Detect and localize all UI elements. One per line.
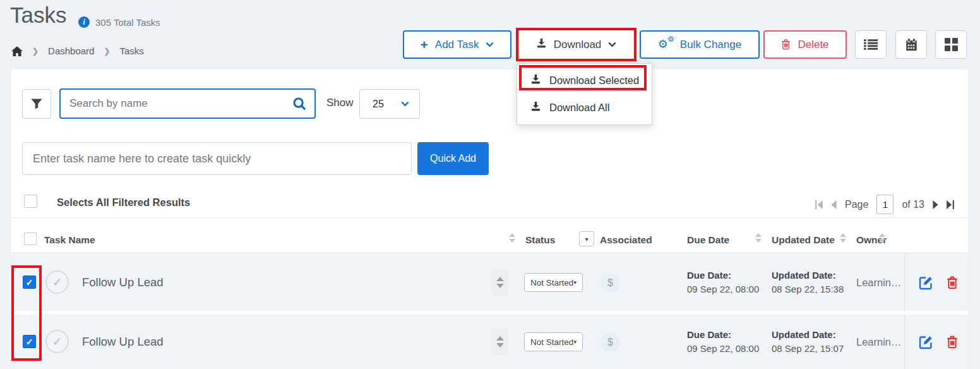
- sort-icon[interactable]: [879, 233, 885, 243]
- breadcrumb-dashboard[interactable]: Dashboard: [48, 45, 94, 56]
- quick-add-input[interactable]: [22, 142, 412, 175]
- due-date-cell: Due Date: 09 Sep 22, 08:00: [687, 269, 759, 296]
- caret-down-icon: ▾: [573, 279, 577, 286]
- trash-icon[interactable]: [947, 336, 958, 349]
- download-button[interactable]: Download: [519, 30, 633, 59]
- status-select[interactable]: Not Started ▾: [524, 332, 583, 351]
- download-icon: [530, 101, 541, 114]
- breadcrumb-tasks: Tasks: [120, 45, 144, 56]
- status-filter-dropdown[interactable]: ▾: [579, 231, 594, 246]
- task-name[interactable]: Follow Up Lead: [82, 335, 164, 349]
- calendar-view-button[interactable]: [895, 30, 927, 59]
- owner-cell: Learnin…: [856, 277, 902, 289]
- owner-cell: Learnin…: [856, 336, 902, 348]
- trash-icon[interactable]: [947, 276, 958, 289]
- download-icon: [530, 74, 541, 87]
- column-header-updated-date[interactable]: Updated Date: [772, 234, 835, 246]
- updated-date-cell: Updated Date: 08 Sep 22, 15:38: [772, 269, 844, 296]
- download-icon: [536, 38, 547, 52]
- column-header-task-name[interactable]: Task Name: [44, 234, 95, 246]
- divider: [904, 254, 905, 311]
- filter-icon: [31, 99, 42, 109]
- search-box: [59, 88, 316, 119]
- row-checkbox[interactable]: ✓: [23, 275, 36, 289]
- last-page-icon[interactable]: [947, 200, 954, 209]
- next-page-icon[interactable]: [933, 200, 938, 209]
- menu-item-download-selected[interactable]: Download Selected: [517, 67, 652, 94]
- list-icon: [864, 39, 878, 50]
- grid-icon: [945, 38, 958, 51]
- add-task-button[interactable]: + Add Task: [403, 30, 511, 59]
- divider: [11, 253, 968, 253]
- complete-task-icon[interactable]: ✓: [45, 270, 69, 294]
- page-title: Tasks: [10, 3, 66, 28]
- check-icon: ✓: [26, 277, 33, 287]
- row-checkbox[interactable]: ✓: [23, 335, 36, 348]
- column-header-associated[interactable]: Associated: [600, 234, 652, 246]
- download-dropdown-menu: Download Selected Download All: [517, 63, 652, 125]
- bulk-change-button[interactable]: ⚙ ⚙ Bulk Change: [640, 30, 760, 59]
- add-task-label: Add Task: [435, 39, 479, 51]
- sort-icon[interactable]: [509, 233, 515, 243]
- home-icon[interactable]: [11, 46, 23, 56]
- trash-icon: [781, 39, 791, 50]
- show-label: Show: [326, 97, 354, 109]
- opportunity-icon[interactable]: $: [601, 332, 620, 352]
- gears-icon: ⚙ ⚙: [658, 38, 673, 52]
- search-icon[interactable]: [293, 97, 306, 111]
- select-all-label: Selects All Filtered Results: [57, 197, 190, 209]
- search-input[interactable]: [61, 97, 293, 110]
- caret-down-icon: ▾: [573, 339, 577, 345]
- updated-date-label: Updated Date:: [772, 269, 844, 282]
- first-page-icon[interactable]: [815, 200, 823, 209]
- sort-icon[interactable]: [755, 233, 762, 243]
- chevron-down-icon: [608, 42, 616, 47]
- due-date-label: Due Date:: [687, 328, 759, 342]
- page-size-select[interactable]: 25: [359, 89, 420, 119]
- updated-date-value: 08 Sep 22, 15:07: [772, 342, 844, 356]
- divider: [11, 217, 968, 218]
- opportunity-icon[interactable]: $: [601, 273, 620, 293]
- table-row: ✓ ✓ Follow Up Lead Not Started ▾ $ Due D…: [11, 254, 968, 311]
- select-all-checkbox[interactable]: [24, 195, 37, 208]
- breadcrumb: ❯ Dashboard ❯ Tasks: [11, 45, 144, 56]
- complete-task-icon[interactable]: ✓: [45, 330, 69, 353]
- reorder-spinner[interactable]: [491, 269, 508, 296]
- sort-icon[interactable]: [840, 233, 846, 243]
- quick-add-button[interactable]: Quick Add: [417, 142, 489, 175]
- download-all-label: Download All: [549, 102, 609, 114]
- menu-item-download-all[interactable]: Download All: [517, 94, 652, 121]
- page-total-label: of 13: [902, 199, 924, 210]
- task-name[interactable]: Follow Up Lead: [82, 275, 164, 289]
- list-view-button[interactable]: [855, 30, 887, 59]
- due-date-value: 09 Sep 22, 08:00: [687, 342, 759, 356]
- previous-page-icon[interactable]: [831, 200, 837, 209]
- page-label: Page: [845, 199, 868, 210]
- delete-button[interactable]: Delete: [763, 30, 847, 59]
- status-select[interactable]: Not Started ▾: [524, 273, 583, 292]
- page-number-input[interactable]: [876, 195, 893, 214]
- breadcrumb-separator-icon: ❯: [104, 47, 110, 56]
- edit-icon[interactable]: [919, 275, 933, 290]
- updated-date-label: Updated Date:: [772, 328, 844, 342]
- status-value: Not Started: [530, 278, 573, 287]
- bulk-change-label: Bulk Change: [680, 39, 741, 51]
- column-header-due-date[interactable]: Due Date: [687, 234, 729, 246]
- grid-view-button[interactable]: [935, 30, 967, 59]
- updated-date-cell: Updated Date: 08 Sep 22, 15:07: [772, 328, 844, 356]
- edit-icon[interactable]: [919, 335, 933, 349]
- pagination: Page of 13: [815, 195, 954, 214]
- filter-button[interactable]: [22, 89, 51, 119]
- table-row: ✓ ✓ Follow Up Lead Not Started ▾ $ Due D…: [11, 315, 968, 369]
- header-checkbox[interactable]: [24, 233, 37, 245]
- total-tasks-badge: i 305 Total Tasks: [78, 16, 160, 28]
- reorder-spinner[interactable]: [491, 329, 508, 355]
- due-date-value: 09 Sep 22, 08:00: [687, 282, 759, 296]
- column-header-status[interactable]: Status: [525, 234, 555, 246]
- divider: [904, 315, 905, 369]
- total-tasks-text: 305 Total Tasks: [95, 17, 160, 28]
- breadcrumb-separator-icon: ❯: [32, 47, 39, 56]
- plus-icon: +: [421, 38, 428, 51]
- chevron-down-icon: [486, 42, 494, 47]
- updated-date-value: 08 Sep 22, 15:38: [772, 282, 844, 296]
